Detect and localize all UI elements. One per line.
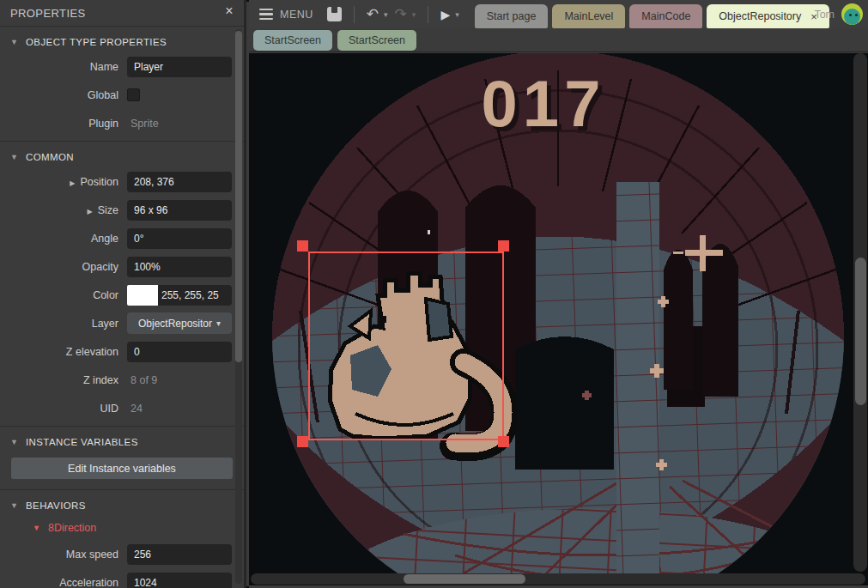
properties-scrollbar[interactable] — [235, 29, 242, 584]
plugin-label: Plugin — [0, 118, 118, 130]
section-common: ▼ COMMON ▶Position ▶Size Angle Opacity C… — [0, 141, 244, 426]
z-elevation-input[interactable] — [127, 342, 232, 362]
property-row-global: Global — [0, 81, 244, 109]
property-row-color: Color — [0, 281, 244, 309]
redo-button[interactable]: ↷ — [392, 7, 410, 21]
z-index-label: Z index — [0, 374, 118, 386]
section-instance-variables: ▼ INSTANCE VARIABLES Edit Instance varia… — [0, 426, 244, 489]
vertical-scrollbar-thumb[interactable] — [855, 258, 866, 405]
global-label: Global — [0, 89, 118, 101]
behavior-8direction[interactable]: ▼ 8Direction — [0, 516, 244, 540]
properties-panel: PROPERTIES × ▼ OBJECT TYPE PROPERTIES Na… — [0, 0, 246, 588]
preview-button[interactable]: ▶ — [437, 9, 453, 21]
color-input[interactable] — [158, 285, 232, 306]
collapse-icon: ▼ — [33, 524, 48, 532]
size-label: ▶Size — [0, 204, 118, 216]
edit-instance-variables-button[interactable]: Edit Instance variables — [11, 458, 233, 479]
layer-dropdown[interactable]: ObjectRepositor ▾ — [127, 312, 232, 334]
section-object-type: ▼ OBJECT TYPE PROPERTIES Name Global Plu… — [0, 26, 244, 141]
name-label: Name — [0, 61, 118, 73]
vertical-scrollbar[interactable] — [853, 53, 867, 572]
selection-handle-top-right[interactable] — [498, 240, 509, 252]
layer-value: ObjectRepositor — [138, 318, 212, 330]
property-row-max-speed: Max speed — [0, 540, 244, 568]
property-row-acceleration: Acceleration — [0, 568, 244, 588]
z-index-value: 8 of 9 — [127, 374, 232, 386]
tab-startscreen-2[interactable]: StartScreen — [337, 30, 416, 51]
save-button[interactable] — [313, 7, 345, 21]
tab-bar: Start page MainLevel MainCode ObjectRepo… — [475, 0, 834, 28]
color-label: Color — [0, 289, 118, 301]
selection-handle-bottom-right[interactable] — [498, 436, 509, 447]
section-header-object-type[interactable]: ▼ OBJECT TYPE PROPERTIES — [0, 32, 244, 52]
opacity-label: Opacity — [0, 261, 118, 273]
redo-icon: ↷ — [395, 7, 407, 21]
top-toolbar: MENU ↶ ▾ ↷ ▾ ▶ ▾ — [249, 0, 868, 28]
svg-text:017: 017 — [482, 67, 606, 140]
horizontal-scrollbar[interactable] — [251, 573, 865, 585]
construct-editor-window: PROPERTIES × ▼ OBJECT TYPE PROPERTIES Na… — [0, 0, 868, 588]
redo-dropdown-arrow[interactable]: ▾ — [412, 10, 416, 19]
expand-icon[interactable]: ▶ — [70, 179, 75, 187]
selection-handle-top-left[interactable] — [297, 240, 308, 252]
layout-tab-bar: StartScreen StartScreen — [249, 28, 868, 52]
properties-scrollbar-thumb[interactable] — [235, 31, 242, 362]
position-input[interactable] — [127, 172, 232, 192]
horizontal-scrollbar-thumb[interactable] — [404, 574, 525, 584]
property-row-name: Name — [0, 52, 244, 81]
undo-button[interactable]: ↶ — [363, 7, 382, 21]
section-header-common[interactable]: ▼ COMMON — [0, 147, 244, 167]
hamburger-icon — [259, 9, 273, 21]
undo-icon: ↶ — [367, 7, 379, 21]
expand-icon[interactable]: ▶ — [88, 208, 93, 215]
collapse-icon: ▼ — [10, 153, 26, 161]
tab-start-page[interactable]: Start page — [475, 4, 549, 28]
property-row-z-index: Z index 8 of 9 — [0, 366, 244, 394]
user-area: Tom — [814, 0, 863, 28]
color-swatch[interactable] — [127, 285, 158, 306]
chevron-down-icon: ▾ — [216, 318, 221, 328]
score-overlay: 017 017 — [482, 67, 610, 144]
max-speed-label: Max speed — [0, 549, 118, 561]
name-input[interactable] — [127, 57, 232, 77]
opacity-input[interactable] — [127, 257, 232, 277]
section-header-behaviors[interactable]: ▼ BEHAVIORS — [0, 495, 244, 516]
user-name: Tom — [814, 9, 835, 21]
layout-canvas[interactable]: 017 017 — [249, 53, 868, 585]
property-row-position: ▶Position — [0, 167, 244, 196]
properties-panel-title: PROPERTIES — [10, 7, 86, 20]
angle-input[interactable] — [127, 228, 232, 249]
max-speed-input[interactable] — [127, 544, 232, 565]
uid-label: UID — [0, 403, 118, 415]
acceleration-input[interactable] — [127, 573, 232, 588]
property-row-uid: UID 24 — [0, 394, 244, 422]
user-avatar[interactable] — [841, 3, 863, 25]
tab-startscreen-1[interactable]: StartScreen — [253, 30, 332, 51]
acceleration-label: Acceleration — [0, 577, 118, 588]
layout-scene[interactable]: 017 017 — [249, 53, 848, 573]
section-header-instance-variables[interactable]: ▼ INSTANCE VARIABLES — [0, 432, 244, 452]
size-input[interactable] — [127, 200, 232, 221]
tab-maincode[interactable]: MainCode — [629, 4, 702, 28]
selection-handle-bottom-left[interactable] — [297, 436, 308, 447]
menu-button[interactable]: MENU — [259, 9, 313, 21]
properties-panel-header: PROPERTIES × — [0, 0, 244, 26]
undo-dropdown-arrow[interactable]: ▾ — [384, 10, 388, 19]
section-behaviors: ▼ BEHAVIORS ▼ 8Direction Max speed Accel… — [0, 489, 244, 588]
play-icon: ▶ — [440, 9, 450, 21]
angle-label: Angle — [0, 233, 118, 245]
close-icon[interactable]: × — [225, 4, 234, 18]
save-icon — [327, 7, 342, 21]
z-elevation-label: Z elevation — [0, 346, 118, 358]
preview-dropdown-arrow[interactable]: ▾ — [455, 10, 459, 19]
tab-objectrepository[interactable]: ObjectRepository × — [707, 4, 829, 28]
global-checkbox[interactable] — [127, 88, 140, 101]
property-row-size: ▶Size — [0, 196, 244, 224]
collapse-icon: ▼ — [10, 438, 26, 446]
property-row-z-elevation: Z elevation — [0, 337, 244, 366]
tab-mainlevel[interactable]: MainLevel — [552, 4, 625, 28]
toolbar-separator — [354, 6, 355, 23]
property-row-plugin: Plugin Sprite — [0, 109, 244, 137]
collapse-icon: ▼ — [10, 501, 26, 510]
property-row-opacity: Opacity — [0, 252, 244, 281]
